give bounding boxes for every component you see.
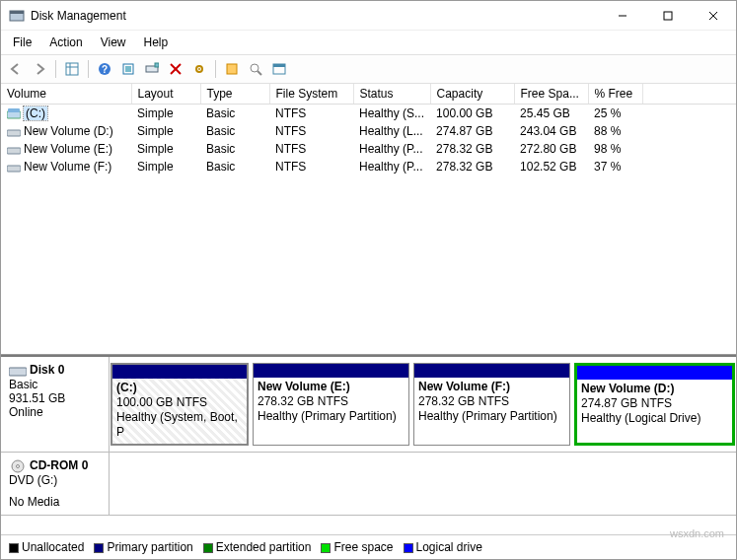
partition-f[interactable]: New Volume (F:) 278.32 GB NTFS Healthy (… <box>413 363 570 446</box>
view-list-button[interactable] <box>61 58 83 80</box>
cdrom-state: No Media <box>9 495 101 509</box>
cdrom-row: CD-ROM 0 DVD (G:) No Media <box>1 453 736 516</box>
svg-rect-28 <box>7 166 21 172</box>
action-button[interactable] <box>221 58 243 80</box>
title-bar: Disk Management <box>1 1 736 31</box>
col-volume[interactable]: Volume <box>1 84 131 105</box>
cell-capacity: 100.00 GB <box>430 105 514 123</box>
find-button[interactable] <box>245 58 266 80</box>
disk-type: Basic <box>9 378 101 391</box>
disk-row: Disk 0 Basic 931.51 GB Online (C:) 100.0… <box>1 357 736 453</box>
toolbar-sep <box>88 60 89 78</box>
forward-button[interactable] <box>29 58 50 80</box>
svg-rect-1 <box>10 11 24 14</box>
window-title: Disk Management <box>31 9 600 23</box>
toolbar: ? <box>1 54 736 84</box>
svg-rect-6 <box>66 63 78 75</box>
disk-icon <box>9 364 27 378</box>
legend-logical: Logical drive <box>404 540 482 554</box>
cell-pct: 25 % <box>588 105 642 123</box>
back-button[interactable] <box>5 58 27 80</box>
svg-rect-14 <box>155 63 159 67</box>
drive-icon <box>7 126 21 138</box>
cell-type: Basic <box>200 105 269 123</box>
volume-row[interactable]: (C:) Simple Basic NTFS Healthy (S... 100… <box>1 105 736 123</box>
drive-icon <box>7 144 21 156</box>
partition-c[interactable]: (C:) 100.00 GB NTFS Healthy (System, Boo… <box>111 363 249 446</box>
svg-point-31 <box>17 464 20 467</box>
cdrom-strip <box>110 453 736 515</box>
col-capacity[interactable]: Capacity <box>430 84 514 105</box>
drive-icon <box>7 108 21 120</box>
legend: Unallocated Primary partition Extended p… <box>1 534 736 559</box>
cdrom-sub: DVD (G:) <box>9 473 101 487</box>
maximize-button[interactable] <box>645 1 691 31</box>
legend-extended: Extended partition <box>203 540 312 554</box>
toolbar-sep <box>215 60 216 78</box>
menu-help[interactable]: Help <box>136 33 177 52</box>
col-layout[interactable]: Layout <box>131 84 200 105</box>
partition-bar <box>414 364 569 378</box>
menu-bar: File Action View Help <box>1 31 736 54</box>
watermark: wsxdn.com <box>670 527 724 539</box>
cell-layout: Simple <box>131 105 200 123</box>
col-fs[interactable]: File System <box>269 84 353 105</box>
col-freespace[interactable]: Free Spa... <box>514 84 588 105</box>
volume-row[interactable]: New Volume (E:) SimpleBasicNTFSHealthy (… <box>1 140 736 158</box>
partition-bar <box>577 366 732 380</box>
menu-view[interactable]: View <box>93 33 134 52</box>
partition-bar <box>112 365 247 379</box>
partition-bar <box>254 364 408 378</box>
disk-header[interactable]: Disk 0 Basic 931.51 GB Online <box>1 357 110 452</box>
svg-rect-3 <box>664 12 672 20</box>
menu-file[interactable]: File <box>5 33 39 52</box>
volume-name: (C:) <box>24 106 47 120</box>
volume-list-pane: Volume Layout Type File System Status Ca… <box>1 84 736 355</box>
svg-rect-12 <box>125 66 131 72</box>
svg-rect-26 <box>7 130 21 136</box>
close-button[interactable] <box>691 1 736 31</box>
svg-rect-25 <box>8 108 20 112</box>
app-icon <box>9 8 25 24</box>
legend-primary: Primary partition <box>94 540 192 554</box>
col-status[interactable]: Status <box>353 84 430 105</box>
help-button[interactable]: ? <box>94 58 115 80</box>
drive-icon <box>7 162 21 174</box>
svg-rect-19 <box>227 64 237 74</box>
partition-strip: (C:) 100.00 GB NTFS Healthy (System, Boo… <box>110 357 736 452</box>
partition-e[interactable]: New Volume (E:) 278.32 GB NTFS Healthy (… <box>253 363 409 446</box>
volume-name: New Volume (D:) <box>24 124 113 138</box>
col-type[interactable]: Type <box>200 84 269 105</box>
volume-name: New Volume (F:) <box>24 160 111 174</box>
cell-free: 25.45 GB <box>514 105 588 123</box>
svg-rect-29 <box>9 368 27 376</box>
menu-action[interactable]: Action <box>41 33 90 52</box>
properties-button[interactable] <box>188 58 210 80</box>
volume-row[interactable]: New Volume (D:) SimpleBasicNTFSHealthy (… <box>1 122 736 140</box>
cell-status: Healthy (S... <box>353 105 430 123</box>
refresh-button[interactable] <box>117 58 139 80</box>
delete-button[interactable] <box>165 58 186 80</box>
svg-point-18 <box>198 68 200 70</box>
svg-rect-27 <box>7 148 21 154</box>
volume-row[interactable]: New Volume (F:) SimpleBasicNTFSHealthy (… <box>1 158 736 175</box>
col-spacer[interactable] <box>642 84 736 105</box>
svg-rect-23 <box>273 64 285 67</box>
view-graphical-button[interactable] <box>268 58 290 80</box>
svg-line-21 <box>258 71 261 75</box>
cdrom-icon <box>9 459 27 473</box>
legend-free: Free space <box>321 540 393 554</box>
volume-table[interactable]: Volume Layout Type File System Status Ca… <box>1 84 736 175</box>
svg-point-20 <box>251 64 258 72</box>
volume-name: New Volume (E:) <box>24 142 112 156</box>
disk-state: Online <box>9 405 101 419</box>
minimize-button[interactable] <box>600 1 645 31</box>
disk-map-pane: Disk 0 Basic 931.51 GB Online (C:) 100.0… <box>1 355 736 534</box>
cell-fs: NTFS <box>269 105 353 123</box>
col-pctfree[interactable]: % Free <box>588 84 642 105</box>
cdrom-header[interactable]: CD-ROM 0 DVD (G:) No Media <box>1 453 110 515</box>
rescan-button[interactable] <box>141 58 163 80</box>
legend-unallocated: Unallocated <box>9 540 84 554</box>
svg-text:?: ? <box>102 64 108 75</box>
partition-d[interactable]: New Volume (D:) 274.87 GB NTFS Healthy (… <box>574 363 735 446</box>
